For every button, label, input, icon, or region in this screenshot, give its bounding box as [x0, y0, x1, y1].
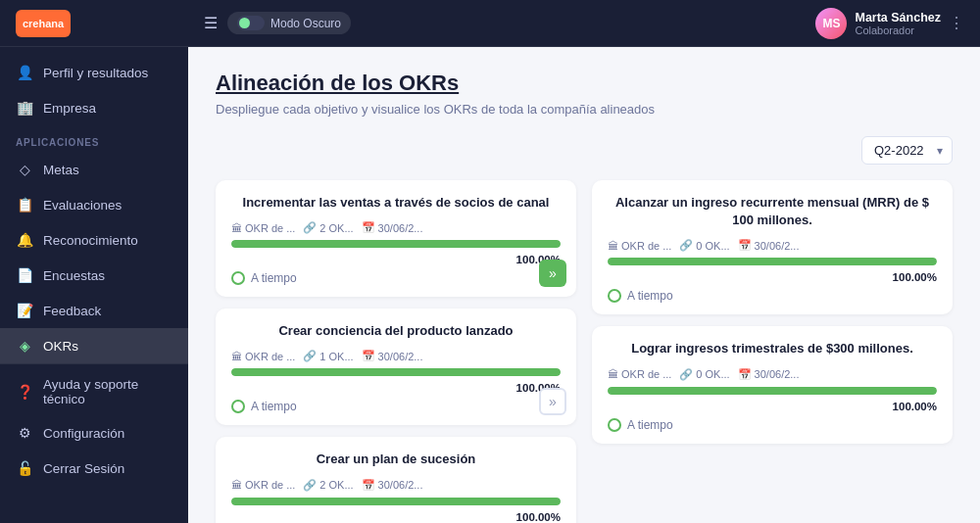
link-icon-r1: 🔗 [679, 239, 693, 252]
progress-label-r1: 100.00% [608, 271, 937, 283]
okr-col-right: Alcanzar un ingreso recurrente mensual (… [592, 180, 953, 523]
status-dot-r1 [608, 289, 621, 303]
org-icon-3: 🏛 [231, 479, 242, 491]
sidebar-label-reconocimiento: Reconocimiento [43, 233, 138, 248]
okr-meta-links-r1: 🔗 0 OK... [679, 239, 729, 252]
link-icon-2: 🔗 [303, 350, 317, 362]
sidebar-item-okrs[interactable]: ◈ OKRs [0, 328, 188, 363]
sidebar-label-feedback: Feedback [43, 304, 101, 318]
avatar: MS [815, 8, 847, 39]
status-label-r2: A tiempo [627, 418, 673, 432]
progress-bar-wrap-r1 [608, 258, 937, 265]
org-icon-2: 🏛 [231, 351, 242, 362]
sidebar-nav: 👤 Perfil y resultados 🏢 Empresa APLICACI… [0, 47, 188, 523]
cal-icon-r1: 📅 [738, 239, 752, 252]
okr-meta-1: 🏛 OKR de ... 🔗 2 OK... 📅 30/06/2... [231, 221, 561, 234]
sidebar-label-configuracion: Configuración [43, 426, 124, 441]
progress-label-2: 100.00% [231, 382, 561, 394]
topbar-menu-icon[interactable]: ⋮ [949, 14, 964, 32]
sidebar-item-reconocimiento[interactable]: 🔔 Reconocimiento [0, 222, 188, 258]
okr-meta-r2: 🏛 OKR de ... 🔗 0 OK... 📅 30/06/2... [608, 368, 937, 381]
sidebar-item-empresa[interactable]: 🏢 Empresa [0, 90, 188, 125]
expand-arrow-btn-2[interactable]: » [539, 388, 566, 415]
avatar-initials: MS [822, 17, 840, 30]
sidebar-item-evaluaciones[interactable]: 📋 Evaluaciones [0, 187, 188, 222]
okr-meta-2: 🏛 OKR de ... 🔗 1 OK... 📅 30/06/2... [231, 350, 561, 362]
toggle-dot [239, 18, 250, 28]
topbar-left: ☰ Modo Oscuro [204, 12, 351, 34]
okr-meta-r1: 🏛 OKR de ... 🔗 0 OK... 📅 30/06/2... [608, 239, 937, 252]
dark-mode-toggle[interactable]: Modo Oscuro [227, 12, 351, 34]
okr-meta-date-1: 📅 30/06/2... [362, 221, 423, 234]
quarter-wrapper: Q2-2022 Q1-2022 Q3-2022 [861, 136, 953, 165]
expand-arrow-btn-1[interactable]: » [539, 260, 566, 287]
okr-meta-links-3: 🔗 2 OK... [303, 479, 353, 492]
okr-card-title-3: Crear un plan de sucesión [231, 451, 561, 468]
okr-card-1: Incrementar las ventas a través de socio… [216, 180, 576, 297]
sidebar-item-ayuda[interactable]: ❓ Ayuda y soporte técnico [0, 368, 188, 415]
link-icon-3: 🔗 [303, 479, 317, 492]
org-icon-r2: 🏛 [608, 368, 618, 380]
status-label-1: A tiempo [251, 271, 297, 285]
encuestas-icon: 📄 [16, 266, 33, 284]
status-label-2: A tiempo [251, 400, 297, 413]
feedback-icon: 📝 [16, 302, 33, 319]
progress-bar-fill-1 [231, 240, 561, 248]
okr-card-title-r2: Lograr ingresos trimestrales de $300 mil… [608, 340, 937, 357]
cal-icon-3: 📅 [362, 479, 375, 492]
topbar-right: MS Marta Sánchez Colaborador ⋮ [815, 8, 964, 39]
page-subtitle: Despliegue cada objetivo y visualice los… [216, 102, 953, 117]
progress-bar-fill-r1 [608, 258, 937, 265]
status-row-2: A tiempo [231, 400, 561, 413]
sidebar-label-evaluaciones: Evaluaciones [43, 198, 122, 213]
cal-icon-r2: 📅 [738, 368, 752, 381]
status-dot-1 [231, 271, 245, 285]
topbar: ☰ Modo Oscuro MS Marta Sánchez Colaborad… [188, 0, 980, 47]
okr-meta-links-2: 🔗 1 OK... [303, 350, 353, 362]
sidebar-section-apps: APLICACIONES [0, 125, 188, 152]
sidebar-item-cerrar[interactable]: 🔓 Cerrar Sesión [0, 451, 188, 486]
reconocimiento-icon: 🔔 [16, 231, 33, 249]
sidebar-label-encuestas: Encuestas [43, 268, 105, 283]
progress-label-3: 100.00% [231, 511, 561, 523]
sidebar-item-configuracion[interactable]: ⚙ Configuración [0, 415, 188, 451]
dark-mode-label: Modo Oscuro [270, 17, 341, 30]
okr-card-title-1: Incrementar las ventas a través de socio… [231, 194, 561, 212]
building-icon: 🏢 [16, 99, 33, 117]
user-role: Colaborador [855, 24, 941, 36]
header-row: Q2-2022 Q1-2022 Q3-2022 [216, 136, 953, 165]
sidebar-item-perfil[interactable]: 👤 Perfil y resultados [0, 55, 188, 90]
hamburger-icon[interactable]: ☰ [204, 14, 218, 32]
progress-bar-fill-r2 [608, 387, 937, 395]
sidebar-label-cerrar: Cerrar Sesión [43, 461, 124, 476]
okr-card-3: Crear un plan de sucesión 🏛 OKR de ... 🔗… [216, 437, 576, 523]
okr-card-r2: Lograr ingresos trimestrales de $300 mil… [592, 326, 953, 443]
okr-meta-date-r2: 📅 30/06/2... [738, 368, 800, 381]
okr-meta-org-r1: 🏛 OKR de ... [608, 240, 671, 252]
logo: crehana [16, 10, 71, 37]
status-row-r2: A tiempo [608, 418, 937, 432]
okr-meta-links-r2: 🔗 0 OK... [679, 368, 729, 381]
status-dot-2 [231, 400, 245, 413]
progress-bar-wrap-1 [231, 240, 561, 248]
okr-meta-date-r1: 📅 30/06/2... [738, 239, 800, 252]
sidebar-label-okrs: OKRs [43, 339, 78, 354]
sidebar-item-encuestas[interactable]: 📄 Encuestas [0, 258, 188, 293]
org-icon-1: 🏛 [231, 222, 242, 234]
okr-card-r1: Alcanzar un ingreso recurrente mensual (… [592, 180, 953, 314]
okr-card-title-r1: Alcanzar un ingreso recurrente mensual (… [608, 194, 937, 229]
okr-meta-org-2: 🏛 OKR de ... [231, 351, 295, 362]
quarter-select[interactable]: Q2-2022 Q1-2022 Q3-2022 [861, 136, 953, 165]
sidebar-logo: crehana [0, 0, 188, 47]
progress-label-r2: 100.00% [608, 401, 937, 412]
metas-icon: ◇ [16, 161, 33, 178]
okr-meta-org-1: 🏛 OKR de ... [231, 222, 295, 234]
sidebar-item-feedback[interactable]: 📝 Feedback [0, 293, 188, 328]
okr-meta-org-3: 🏛 OKR de ... [231, 479, 295, 491]
sidebar-item-metas[interactable]: ◇ Metas [0, 152, 188, 187]
progress-bar-fill-2 [231, 368, 561, 376]
logout-icon: 🔓 [16, 459, 33, 477]
progress-label-1: 100.00% [231, 254, 561, 265]
toggle-track [237, 16, 265, 30]
okr-meta-org-r2: 🏛 OKR de ... [608, 368, 671, 380]
